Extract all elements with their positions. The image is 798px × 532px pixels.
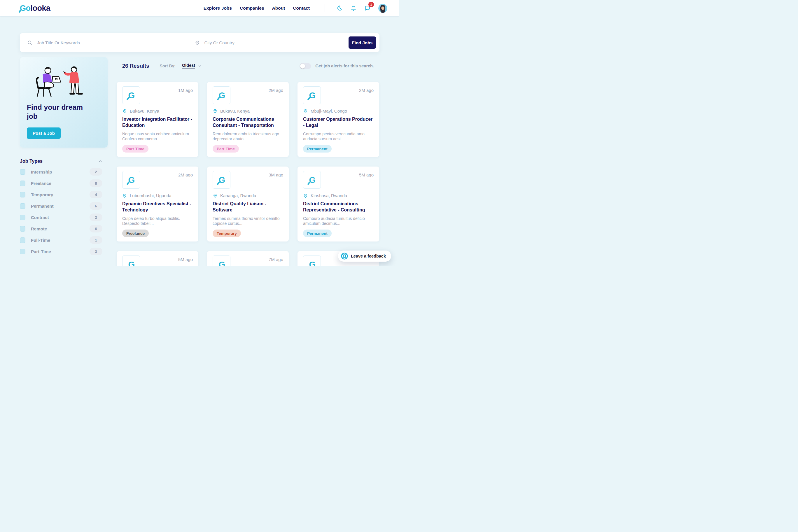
location-input[interactable]: [205, 40, 349, 45]
filter-label: Full-Time: [31, 238, 50, 243]
filter-count-badge: 1: [90, 236, 102, 244]
job-title[interactable]: Investor Integration Facilitator - Educa…: [122, 116, 193, 128]
location-field: [194, 40, 349, 45]
brand-logo[interactable]: Go looka: [20, 4, 51, 13]
logo-text-looka: looka: [31, 4, 51, 13]
nav-explore-jobs[interactable]: Explore Jobs: [204, 5, 232, 11]
job-type-tag: Part-Time: [213, 145, 239, 153]
logo-text-go: Go: [20, 4, 31, 13]
job-title[interactable]: Corporate Communications Consultant - Tr…: [213, 116, 283, 128]
checkbox-freelance[interactable]: [20, 180, 25, 186]
filter-count-badge: 4: [90, 191, 102, 198]
svg-text:G: G: [218, 175, 225, 185]
checkbox-part-time[interactable]: [20, 249, 25, 254]
chevron-down-icon[interactable]: [198, 64, 202, 68]
checkbox-contract[interactable]: [20, 215, 25, 220]
promo-title: Find your dream job: [27, 103, 93, 121]
location-pin-icon: [122, 193, 127, 198]
svg-text:G: G: [128, 90, 135, 100]
keyword-field: [27, 40, 182, 45]
keyword-input[interactable]: [37, 40, 182, 45]
job-description: Neque usus venia cohibeo amiculum. Confe…: [122, 132, 193, 141]
find-jobs-button[interactable]: Find Jobs: [348, 36, 376, 49]
filter-count-badge: 8: [90, 179, 102, 187]
checkbox-temporary[interactable]: [20, 192, 25, 197]
job-type-tag: Part-Time: [122, 145, 149, 153]
job-type-tag: Permanent: [303, 145, 331, 153]
job-description: Culpa deleo turbo aliqua textilis. Despe…: [122, 216, 193, 226]
messages-count-badge: 1: [368, 2, 374, 7]
job-card[interactable]: G 7M ago: [207, 251, 289, 266]
svg-text:G: G: [218, 260, 225, 266]
results-area: 26 Results Sort By: Oldest Get job alert…: [117, 57, 379, 266]
filters-title: Job Types: [20, 159, 43, 164]
svg-text:G: G: [309, 175, 316, 185]
checkbox-remote[interactable]: [20, 226, 25, 232]
job-description: Corrumpo pectus verecundia amo audacia s…: [303, 132, 374, 141]
filter-label: Internship: [31, 169, 52, 174]
feedback-label: Leave a feedback: [351, 254, 386, 259]
job-description: Rem dolorem ambulo tricesimus ago deprec…: [213, 132, 283, 141]
job-card[interactable]: G 2M ago Mbuji-Mayi, Congo Customer Oper…: [298, 82, 379, 157]
job-types-filter: Job Types Internship 2 Freelance 8 Tempo…: [20, 159, 108, 255]
leave-feedback-button[interactable]: Leave a feedback: [338, 250, 391, 262]
notifications-bell-icon[interactable]: [350, 5, 357, 12]
checkbox-internship[interactable]: [20, 169, 25, 175]
filter-row-freelance: Freelance 8: [20, 180, 102, 187]
job-search-bar: Find Jobs: [20, 33, 379, 52]
company-logo: G: [213, 255, 230, 266]
golooka-g-icon: G: [126, 259, 137, 266]
location-pin-icon: [213, 193, 217, 198]
nav-contact[interactable]: Contact: [293, 5, 310, 11]
sort-dropdown[interactable]: Oldest: [182, 63, 195, 69]
job-location: Lubumbashi, Uganda: [130, 193, 171, 198]
golooka-g-icon: G: [216, 174, 227, 186]
filter-row-contract: Contract 2: [20, 214, 102, 221]
posted-time: 3M ago: [269, 172, 283, 177]
job-card[interactable]: G 1M ago Bukavu, Kenya Investor Integrat…: [117, 82, 198, 157]
company-logo: G: [303, 171, 321, 189]
job-title[interactable]: District Communications Representative -…: [303, 201, 374, 213]
golooka-g-icon: G: [126, 174, 137, 186]
golooka-g-icon: G: [216, 90, 227, 101]
job-location: Bukavu, Kenya: [130, 109, 159, 113]
job-title[interactable]: District Quality Liaison - Software: [213, 201, 283, 213]
job-title[interactable]: Customer Operations Producer - Legal: [303, 116, 374, 128]
nav-companies[interactable]: Companies: [240, 5, 264, 11]
job-cards-grid: G 1M ago Bukavu, Kenya Investor Integrat…: [117, 82, 379, 266]
svg-text:G: G: [218, 90, 225, 100]
company-logo: G: [213, 86, 230, 104]
promo-card: Find your dream job Post a Job: [20, 57, 108, 148]
messages-chat-icon[interactable]: 1: [364, 5, 371, 12]
sort-by-label: Sort By:: [160, 63, 176, 68]
top-navbar: Go looka Explore Jobs Companies About Co…: [0, 0, 399, 16]
svg-text:G: G: [309, 90, 316, 100]
posted-time: 1M ago: [178, 88, 193, 93]
filter-count-badge: 6: [90, 225, 102, 232]
chevron-up-icon[interactable]: [98, 159, 102, 163]
post-a-job-button[interactable]: Post a Job: [27, 128, 61, 139]
job-card[interactable]: G 5M ago: [117, 251, 198, 266]
job-title[interactable]: Dynamic Directives Specialist - Technolo…: [122, 201, 193, 213]
user-avatar[interactable]: [378, 4, 387, 13]
nav-about[interactable]: About: [272, 5, 285, 11]
company-logo: G: [303, 255, 321, 266]
golooka-g-icon: G: [306, 90, 318, 101]
job-location: Mbuji-Mayi, Congo: [311, 109, 347, 113]
filter-label: Temporary: [31, 192, 53, 197]
posted-time: 2M ago: [359, 88, 374, 93]
checkbox-full-time[interactable]: [20, 238, 25, 243]
filter-row-part-time: Part-Time 3: [20, 248, 102, 255]
job-card[interactable]: G 2M ago Bukavu, Kenya Corporate Communi…: [207, 82, 289, 157]
lifebuoy-icon: [341, 252, 348, 260]
job-alerts-toggle[interactable]: [300, 63, 311, 69]
job-card[interactable]: G 2M ago Lubumbashi, Uganda Dynamic Dire…: [117, 167, 198, 242]
job-card[interactable]: G 3M ago Kananga, Rwanda District Qualit…: [207, 167, 289, 242]
job-type-tag: Freelance: [122, 230, 149, 237]
posted-time: 7M ago: [269, 257, 283, 262]
checkbox-permanent[interactable]: [20, 203, 25, 209]
filter-row-remote: Remote 6: [20, 225, 102, 232]
dark-mode-moon-icon[interactable]: [336, 5, 343, 12]
location-pin-icon: [194, 40, 200, 45]
job-card[interactable]: G 5M ago Kinshasa, Rwanda District Commu…: [298, 167, 379, 242]
